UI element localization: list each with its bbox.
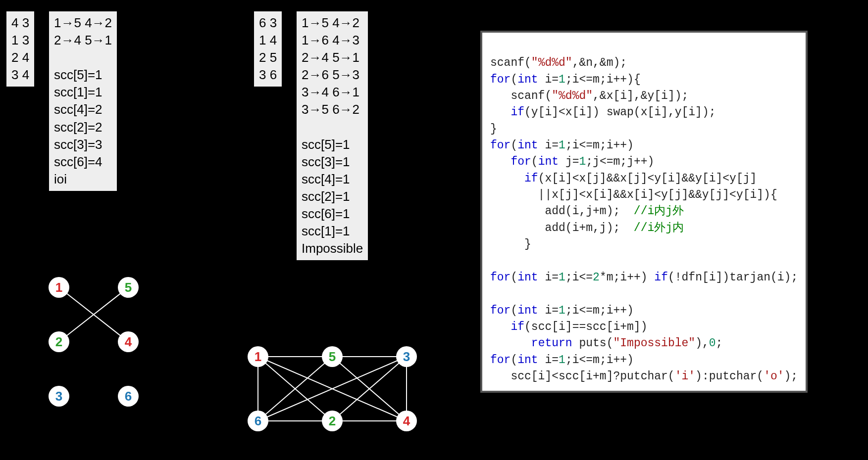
graph-node-6: 6 (118, 386, 139, 407)
code-l3: scanf("%d%d",&x[i],&y[i]); (490, 90, 688, 102)
ex2-trace: 1→5 4→2 1→6 4→3 2→4 5→1 2→6 5→3 3→4 6→1 … (296, 11, 368, 261)
code-l7: for(int j=1;j<=m;j++) (490, 155, 654, 168)
graph-node-3: 3 (396, 346, 417, 367)
code-l8: if(x[i]<x[j]&&x[j]<y[i]&&y[i]<y[j] (490, 172, 757, 185)
graph-node-6: 6 (248, 411, 268, 431)
graph-node-5: 5 (118, 277, 139, 298)
code-l9: ||x[j]<x[i]&&x[i]<y[j]&&y[j]<y[i]){ (490, 188, 777, 201)
graph-node-1: 1 (248, 346, 268, 367)
graph-node-3: 3 (49, 386, 69, 407)
code-l11: add(i+m,j); //i外j内 (490, 222, 684, 234)
graph-node-2: 2 (49, 331, 69, 352)
code-l19: for(int i=1;i<=m;i++) (490, 354, 634, 367)
graph-node-1: 1 (49, 277, 69, 298)
graph-node-4: 4 (396, 411, 417, 431)
graph-node-2: 2 (322, 411, 343, 431)
ex1-input: 4 3 1 3 2 4 3 4 (6, 11, 35, 87)
code-l6: for(int i=1;i<=m;i++) (490, 139, 634, 152)
code-l18: return puts("Impossible"),0; (490, 337, 722, 350)
graph-node-4: 4 (118, 331, 139, 352)
code-l1: scanf("%d%d",&n,&m); (490, 56, 627, 69)
code-l20: scc[i]<scc[i+m]?putchar('i'):putchar('o'… (490, 370, 798, 383)
code-l10: add(i,j+m); //i内j外 (490, 205, 684, 218)
code-listing: scanf("%d%d",&n,&m); for(int i=1;i<=m;i+… (480, 31, 808, 393)
code-l12: } (490, 238, 531, 251)
graph-ex2: 153624 (248, 346, 426, 445)
code-l5: } (490, 123, 497, 136)
code-l16: for(int i=1;i<=m;i++) (490, 304, 634, 317)
code-l17: if(scc[i]==scc[i+m]) (490, 321, 647, 333)
code-l2: for(int i=1;i<=m;i++){ (490, 73, 641, 86)
code-l14: for(int i=1;i<=2*m;i++) if(!dfn[i])tarja… (490, 271, 798, 284)
code-l4: if(y[i]<x[i]) swap(x[i],y[i]); (490, 106, 716, 119)
ex2-input: 6 3 1 4 2 5 3 6 (254, 11, 282, 87)
ex1-trace: 1→5 4→2 2→4 5→1 scc[5]=1 scc[1]=1 scc[4]… (49, 11, 117, 191)
graph-ex1: 152436 (49, 277, 148, 415)
graph-node-5: 5 (322, 346, 343, 367)
